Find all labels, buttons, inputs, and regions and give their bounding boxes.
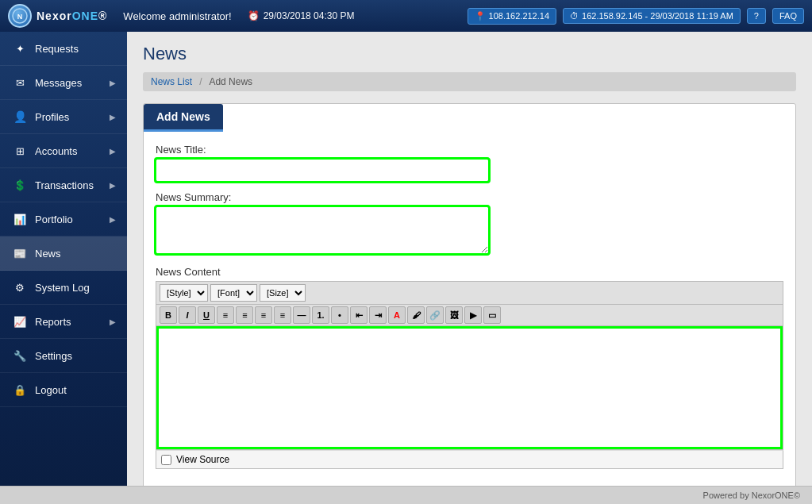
- editor-align-left-button[interactable]: ≡: [217, 306, 234, 324]
- view-source-label: View Source: [176, 454, 229, 465]
- sidebar-label-messages: Messages: [35, 77, 82, 89]
- news-icon: [11, 244, 29, 262]
- sidebar-item-settings[interactable]: Settings: [0, 339, 127, 373]
- sidebar-item-profiles[interactable]: Profiles ▶: [0, 100, 127, 134]
- editor-unordered-list-button[interactable]: •: [331, 306, 348, 324]
- news-content-label: News Content: [156, 266, 783, 278]
- editor-highlight-button[interactable]: 🖌: [407, 306, 425, 324]
- logo-icon: N: [8, 4, 32, 28]
- editor-footer: View Source: [156, 450, 783, 469]
- editor-toolbar-row1: [Style] [Font] [Size]: [156, 281, 783, 304]
- footer-text: Powered by NexorONE©: [703, 491, 800, 500]
- sidebar-label-reports: Reports: [35, 316, 71, 328]
- sidebar-item-requests[interactable]: Requests: [0, 32, 127, 66]
- sidebar-label-portfolio: Portfolio: [35, 214, 73, 225]
- sidebar-label-requests: Requests: [35, 43, 79, 55]
- welcome-text: Welcome administrator!: [123, 10, 231, 22]
- page-title: News: [143, 44, 796, 64]
- reports-icon: [11, 313, 29, 330]
- breadcrumb: News List / Add News: [143, 72, 796, 91]
- editor-table-button[interactable]: ▭: [483, 306, 501, 324]
- breadcrumb-separator: /: [199, 76, 202, 87]
- chevron-right-icon: ▶: [110, 147, 116, 156]
- view-source-checkbox[interactable]: [161, 455, 171, 465]
- editor-italic-button[interactable]: I: [179, 306, 196, 324]
- content-area: News News List / Add News Add News News …: [127, 32, 812, 486]
- settings-icon: [11, 347, 29, 364]
- main-layout: Requests Messages ▶ Profiles ▶ Accounts …: [0, 32, 812, 486]
- news-content-group: News Content [Style] [Font] [Size]: [156, 266, 783, 469]
- sidebar-label-systemlog: System Log: [35, 282, 90, 294]
- sidebar: Requests Messages ▶ Profiles ▶ Accounts …: [0, 32, 127, 486]
- logout-icon: [11, 381, 29, 398]
- news-title-input[interactable]: [156, 159, 489, 182]
- editor-content-editable[interactable]: [156, 326, 783, 449]
- sidebar-item-reports[interactable]: Reports ▶: [0, 305, 127, 339]
- news-summary-label: News Summary:: [156, 191, 783, 203]
- editor-align-center-button[interactable]: ≡: [236, 306, 253, 324]
- sidebar-item-systemlog[interactable]: System Log: [0, 271, 127, 305]
- editor-size-select[interactable]: [Size]: [260, 284, 306, 302]
- editor-hr-button[interactable]: —: [293, 306, 310, 324]
- messages-icon: [11, 74, 29, 91]
- editor-style-select[interactable]: [Style]: [160, 284, 208, 302]
- sidebar-label-news: News: [35, 248, 61, 260]
- card-tab-add-news: Add News: [144, 104, 223, 132]
- editor-underline-button[interactable]: U: [198, 306, 215, 324]
- sidebar-item-transactions[interactable]: Transactions ▶: [0, 168, 127, 202]
- header-right: 📍 108.162.212.14 ⏱ 162.158.92.145 - 29/0…: [468, 8, 804, 25]
- help-button[interactable]: ?: [747, 8, 766, 24]
- editor-indent-button[interactable]: ⇥: [369, 306, 387, 324]
- session-badge: ⏱ 162.158.92.145 - 29/03/2018 11:19 AM: [563, 8, 741, 24]
- editor-link-button[interactable]: 🔗: [426, 306, 444, 324]
- add-news-card: Add News News Title: News Summary: News …: [143, 103, 796, 486]
- transactions-icon: [11, 176, 29, 194]
- logo-text: NexorONE®: [37, 10, 107, 22]
- editor-align-justify-button[interactable]: ≡: [274, 306, 291, 324]
- card-body: News Title: News Summary: News Content […: [144, 132, 795, 486]
- svg-text:N: N: [17, 13, 23, 21]
- chevron-right-icon: ▶: [110, 215, 116, 224]
- editor-image-button[interactable]: 🖼: [445, 306, 463, 324]
- breadcrumb-current: Add News: [209, 76, 252, 87]
- sidebar-item-accounts[interactable]: Accounts ▶: [0, 134, 127, 168]
- news-title-label: News Title:: [156, 144, 783, 156]
- logo-highlight: ONE: [72, 10, 98, 22]
- editor-bold-button[interactable]: B: [160, 306, 177, 324]
- portfolio-icon: [11, 210, 29, 228]
- editor-outdent-button[interactable]: ⇤: [350, 306, 368, 324]
- editor-content-area: [156, 326, 783, 450]
- sidebar-item-news[interactable]: News: [0, 237, 127, 271]
- sidebar-label-profiles: Profiles: [35, 111, 69, 123]
- editor-font-color-button[interactable]: A: [388, 306, 406, 324]
- chevron-right-icon: ▶: [110, 79, 116, 87]
- sidebar-item-logout[interactable]: Logout: [0, 373, 127, 407]
- sidebar-label-accounts: Accounts: [35, 145, 77, 157]
- editor-align-right-button[interactable]: ≡: [255, 306, 272, 324]
- chevron-right-icon: ▶: [110, 181, 116, 190]
- time-icon: ⏱: [570, 11, 579, 21]
- news-summary-input[interactable]: [156, 206, 489, 254]
- breadcrumb-news-list[interactable]: News List: [151, 76, 192, 87]
- chevron-right-icon: ▶: [110, 113, 116, 121]
- ip-badge: 📍 108.162.212.14: [468, 8, 556, 25]
- sidebar-label-settings: Settings: [35, 350, 72, 362]
- editor-ordered-list-button[interactable]: 1.: [312, 306, 329, 324]
- logo-area: N NexorONE®: [8, 4, 107, 28]
- chevron-right-icon: ▶: [110, 317, 116, 326]
- sidebar-item-portfolio[interactable]: Portfolio ▶: [0, 202, 127, 237]
- sidebar-label-transactions: Transactions: [35, 179, 94, 191]
- requests-icon: [11, 40, 29, 57]
- systemlog-icon: [11, 279, 29, 296]
- clock-icon: ⏰: [248, 10, 260, 21]
- faq-button[interactable]: FAQ: [772, 8, 804, 24]
- editor-font-select[interactable]: [Font]: [210, 284, 257, 302]
- news-summary-group: News Summary:: [156, 191, 783, 256]
- header-datetime: ⏰ 29/03/2018 04:30 PM: [248, 10, 355, 21]
- top-header: N NexorONE® Welcome administrator! ⏰ 29/…: [0, 0, 812, 32]
- location-icon: 📍: [475, 11, 486, 21]
- sidebar-item-messages[interactable]: Messages ▶: [0, 66, 127, 100]
- editor-media-button[interactable]: ▶: [464, 306, 482, 324]
- news-title-group: News Title:: [156, 144, 783, 182]
- sidebar-label-logout: Logout: [35, 384, 67, 396]
